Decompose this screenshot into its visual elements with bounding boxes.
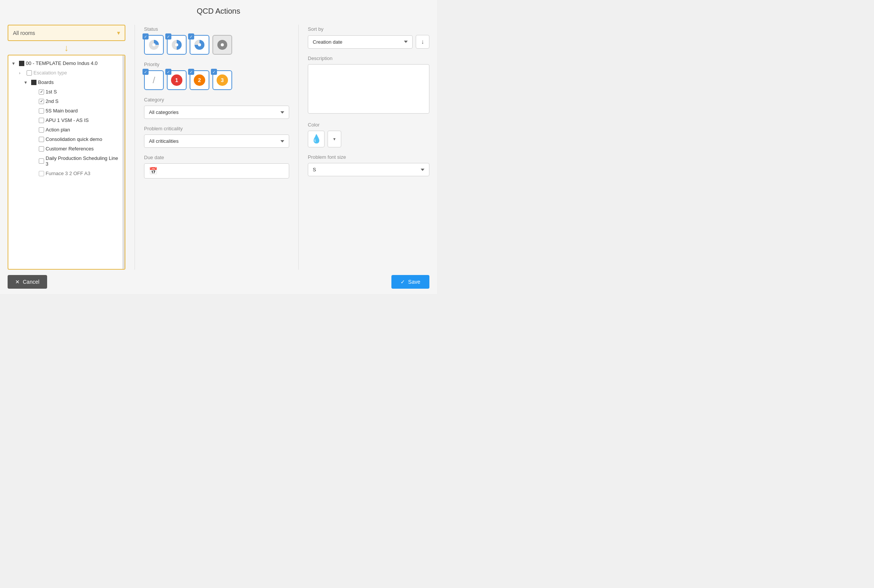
status-75-btn[interactable]: ✓ bbox=[190, 35, 209, 55]
tree-item-customerref[interactable]: Customer References bbox=[8, 144, 125, 153]
tree-item-1sts[interactable]: 1st S bbox=[8, 87, 125, 96]
criticality-select[interactable]: All criticalities Low Medium High bbox=[144, 134, 289, 148]
toggle-icon[interactable]: ▼ bbox=[11, 61, 17, 66]
due-date-input[interactable]: 📅 bbox=[144, 163, 289, 179]
status-section: Status ✓ ✓ bbox=[144, 26, 289, 55]
priority-icons-group: ✓ / ✓ 1 ✓ 2 ✓ bbox=[144, 70, 289, 90]
sort-by-label: Sort by bbox=[308, 26, 429, 32]
criticality-section: Problem criticality All criticalities Lo… bbox=[144, 126, 289, 148]
tree-item-label: APU 1 VSM - AS IS bbox=[46, 117, 122, 123]
priority-3-icon: 3 bbox=[217, 74, 228, 86]
checkbox-apu1vsm[interactable] bbox=[39, 118, 44, 123]
sort-by-row: Creation date Due date Priority Status ↓ bbox=[308, 35, 429, 49]
check-badge-icon: ✓ bbox=[188, 69, 194, 75]
tree-panel[interactable]: ▼ 00 - TEMPLATE Demo Indus 4.0 › Escalat… bbox=[8, 55, 125, 270]
priority-none-btn[interactable]: ✓ / bbox=[144, 70, 164, 90]
category-section: Category All categories Category 1 Categ… bbox=[144, 97, 289, 119]
room-selector[interactable]: All rooms ▾ bbox=[8, 25, 125, 41]
check-badge-icon: ✓ bbox=[211, 69, 217, 75]
tree-item-dailyprod[interactable]: Daily Production Scheduling Line 3 bbox=[8, 153, 125, 169]
tree-item-label: Customer References bbox=[46, 146, 122, 152]
color-chevron-btn[interactable]: ▾ bbox=[328, 131, 341, 147]
check-badge-icon: ✓ bbox=[142, 69, 149, 75]
chevron-down-icon: ▾ bbox=[117, 29, 120, 36]
font-size-label: Problem font size bbox=[308, 154, 429, 160]
checkbox-actionplan[interactable] bbox=[39, 127, 44, 133]
svg-point-1 bbox=[152, 43, 155, 46]
priority-2-btn[interactable]: ✓ 2 bbox=[190, 70, 209, 90]
tree-item-label: Action plan bbox=[46, 127, 122, 133]
tree-item-actionplan[interactable]: Action plan bbox=[8, 125, 125, 134]
save-button[interactable]: ✓ Save bbox=[391, 275, 429, 289]
priority-1-btn[interactable]: ✓ 1 bbox=[167, 70, 187, 90]
status-blocked-icon bbox=[217, 39, 228, 51]
save-check-icon: ✓ bbox=[401, 279, 405, 285]
checkbox-furnace[interactable] bbox=[39, 171, 44, 176]
checkbox-customerref[interactable] bbox=[39, 146, 44, 152]
toggle-icon[interactable]: › bbox=[19, 71, 25, 75]
checkbox-2nds[interactable] bbox=[39, 99, 44, 104]
font-size-section: Problem font size S M L XL bbox=[308, 154, 429, 176]
square-icon bbox=[31, 80, 36, 85]
tree-item-escalation[interactable]: › Escalation type bbox=[8, 68, 125, 77]
checkbox-escalation[interactable] bbox=[27, 70, 32, 76]
square-icon bbox=[19, 61, 24, 66]
description-textarea[interactable] bbox=[308, 64, 429, 114]
tree-item-furnace[interactable]: Furnace 3 2 OFF A3 bbox=[8, 169, 125, 178]
dialog: QCD Actions All rooms ▾ ↓ ▼ 00 - TEMPLAT… bbox=[0, 0, 437, 294]
checkbox-dailyprod[interactable] bbox=[39, 158, 44, 164]
tree-item-label: Furnace 3 2 OFF A3 bbox=[46, 171, 122, 176]
status-50-btn[interactable]: ✓ bbox=[167, 35, 187, 55]
status-75-icon bbox=[194, 39, 205, 51]
sort-desc-icon: ↓ bbox=[421, 38, 424, 45]
tree-item-label: 1st S bbox=[46, 89, 122, 95]
status-icons-group: ✓ ✓ bbox=[144, 35, 289, 55]
check-badge-icon: ✓ bbox=[142, 33, 149, 40]
tree-item-apu1vsm[interactable]: APU 1 VSM - AS IS bbox=[8, 115, 125, 125]
status-25-btn[interactable]: ✓ bbox=[144, 35, 164, 55]
svg-point-3 bbox=[175, 43, 178, 46]
sort-direction-btn[interactable]: ↓ bbox=[416, 35, 429, 49]
left-divider bbox=[135, 25, 135, 270]
category-select[interactable]: All categories Category 1 Category 2 bbox=[144, 106, 289, 119]
tree-item-2nds[interactable]: 2nd S bbox=[8, 96, 125, 106]
tree-item-label: Escalation type bbox=[33, 70, 122, 76]
cancel-button[interactable]: ✕ Cancel bbox=[8, 275, 47, 289]
priority-label: Priority bbox=[144, 62, 289, 67]
tree-item-boards[interactable]: ▼ Boards bbox=[8, 77, 125, 87]
room-selector-label: All rooms bbox=[13, 30, 35, 36]
priority-2-icon: 2 bbox=[194, 74, 205, 86]
color-dot-btn[interactable]: 💧 bbox=[308, 131, 325, 147]
cancel-x-icon: ✕ bbox=[15, 279, 20, 285]
font-size-select[interactable]: S M L XL bbox=[308, 163, 429, 176]
tree-item-label: Boards bbox=[38, 79, 122, 85]
dialog-body: All rooms ▾ ↓ ▼ 00 - TEMPLATE Demo Indus… bbox=[0, 21, 437, 270]
checkbox-1sts[interactable] bbox=[39, 89, 44, 95]
tree-item-template[interactable]: ▼ 00 - TEMPLATE Demo Indus 4.0 bbox=[8, 58, 125, 68]
svg-point-7 bbox=[221, 43, 224, 46]
right-panel: Sort by Creation date Due date Priority … bbox=[308, 25, 429, 270]
tree-item-consolidation[interactable]: Consolidation quick demo bbox=[8, 134, 125, 144]
checkbox-5smain[interactable] bbox=[39, 108, 44, 114]
description-section: Description bbox=[308, 55, 429, 115]
criticality-label: Problem criticality bbox=[144, 126, 289, 131]
priority-3-btn[interactable]: ✓ 3 bbox=[212, 70, 232, 90]
due-date-label: Due date bbox=[144, 155, 289, 160]
check-badge-icon: ✓ bbox=[165, 69, 171, 75]
sort-by-select[interactable]: Creation date Due date Priority Status bbox=[308, 35, 413, 49]
priority-section: Priority ✓ / ✓ 1 ✓ 2 bbox=[144, 62, 289, 90]
sort-by-section: Sort by Creation date Due date Priority … bbox=[308, 26, 429, 49]
status-blocked-btn[interactable] bbox=[212, 35, 232, 55]
status-25-icon bbox=[148, 39, 160, 51]
tree-item-label: 5S Main board bbox=[46, 108, 122, 114]
checkbox-consolidation[interactable] bbox=[39, 137, 44, 142]
due-date-section: Due date 📅 bbox=[144, 155, 289, 179]
check-badge-icon: ✓ bbox=[165, 33, 171, 40]
tree-item-5smain[interactable]: 5S Main board bbox=[8, 106, 125, 115]
water-drop-icon: 💧 bbox=[311, 134, 321, 144]
toggle-icon[interactable]: ▼ bbox=[24, 80, 30, 85]
save-label: Save bbox=[408, 279, 420, 285]
tree-item-label: Daily Production Scheduling Line 3 bbox=[46, 155, 122, 167]
arrow-down-icon: ↓ bbox=[64, 43, 69, 53]
dialog-footer: ✕ Cancel ✓ Save bbox=[0, 270, 437, 294]
